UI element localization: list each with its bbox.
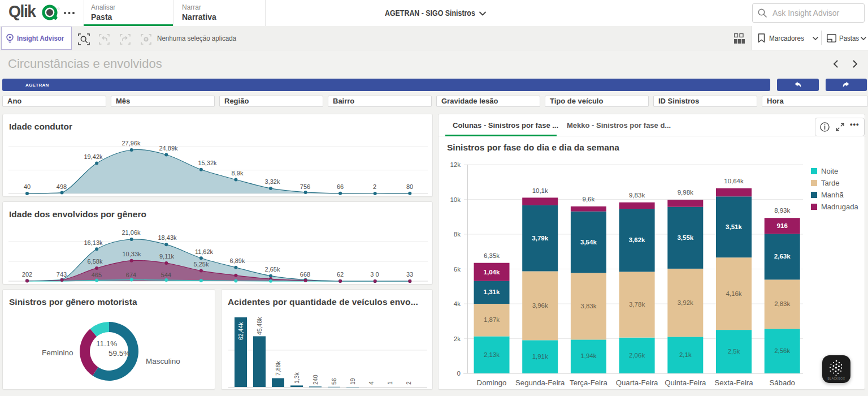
svg-text:1,04k: 1,04k [484, 269, 500, 276]
svg-text:Tarde: Tarde [821, 179, 840, 187]
svg-text:19: 19 [349, 378, 356, 385]
svg-text:Domingo: Domingo [477, 378, 507, 387]
svg-text:8,93k: 8,93k [774, 207, 790, 214]
svg-text:0: 0 [457, 370, 461, 377]
svg-text:4k: 4k [454, 300, 461, 307]
svg-text:3,51k: 3,51k [726, 223, 742, 230]
svg-text:3,83k: 3,83k [580, 303, 596, 309]
svg-text:1,87k: 1,87k [484, 316, 500, 323]
svg-text:2,5k: 2,5k [728, 348, 740, 355]
svg-text:9,83k: 9,83k [629, 192, 645, 199]
svg-text:8k: 8k [454, 231, 461, 238]
svg-text:1,3k: 1,3k [293, 372, 300, 384]
svg-text:12k: 12k [450, 161, 461, 168]
svg-text:Quinta-Feira: Quinta-Feira [665, 378, 706, 387]
svg-text:1,91k: 1,91k [532, 353, 548, 360]
svg-text:3,79k: 3,79k [532, 235, 548, 242]
svg-text:1: 1 [387, 381, 393, 385]
svg-text:3,54k: 3,54k [580, 239, 597, 246]
svg-text:2,83k: 2,83k [774, 300, 790, 307]
svg-text:3,62k: 3,62k [629, 236, 645, 243]
svg-text:3,55k: 3,55k [677, 234, 693, 241]
svg-text:45,48k: 45,48k [256, 317, 263, 335]
svg-text:Sábado: Sábado [769, 378, 795, 387]
svg-text:2,06k: 2,06k [629, 352, 645, 359]
svg-text:9,6k: 9,6k [583, 196, 595, 203]
svg-text:2,56k: 2,56k [774, 347, 790, 354]
svg-text:1,31k: 1,31k [484, 289, 500, 295]
svg-text:Sexta-Feira: Sexta-Feira [714, 378, 753, 387]
svg-text:10k: 10k [450, 196, 461, 203]
svg-text:10,1k: 10,1k [532, 187, 548, 194]
svg-text:4,16k: 4,16k [726, 290, 741, 297]
svg-text:Noite: Noite [821, 167, 838, 175]
svg-text:2: 2 [405, 381, 412, 385]
svg-text:7,88k: 7,88k [275, 361, 281, 376]
svg-text:916: 916 [777, 222, 788, 229]
svg-text:2,13k: 2,13k [484, 351, 500, 358]
svg-text:Manhã: Manhã [821, 191, 844, 199]
svg-text:56: 56 [331, 378, 337, 385]
svg-text:Madrugada: Madrugada [821, 203, 859, 211]
svg-text:2,63k: 2,63k [774, 253, 791, 260]
svg-text:3,96k: 3,96k [532, 302, 548, 309]
svg-text:10,64k: 10,64k [724, 178, 744, 184]
svg-text:2,1k: 2,1k [679, 351, 692, 358]
svg-text:62,44k: 62,44k [237, 322, 244, 340]
svg-text:6,35k: 6,35k [484, 252, 500, 259]
svg-text:9,98k: 9,98k [678, 189, 693, 196]
svg-text:3,78k: 3,78k [629, 301, 645, 308]
svg-text:6k: 6k [454, 266, 461, 273]
svg-text:BLACKBOX: BLACKBOX [828, 377, 845, 380]
svg-text:2k: 2k [454, 335, 461, 342]
svg-text:Terça-Feira: Terça-Feira [570, 378, 607, 387]
svg-text:Quarta-Feira: Quarta-Feira [616, 378, 658, 387]
svg-text:3,92k: 3,92k [678, 299, 693, 306]
svg-text:Segunda-Feira: Segunda-Feira [515, 378, 565, 387]
svg-text:1,94k: 1,94k [580, 352, 596, 359]
svg-text:4: 4 [368, 381, 375, 385]
svg-text:240: 240 [312, 375, 319, 385]
